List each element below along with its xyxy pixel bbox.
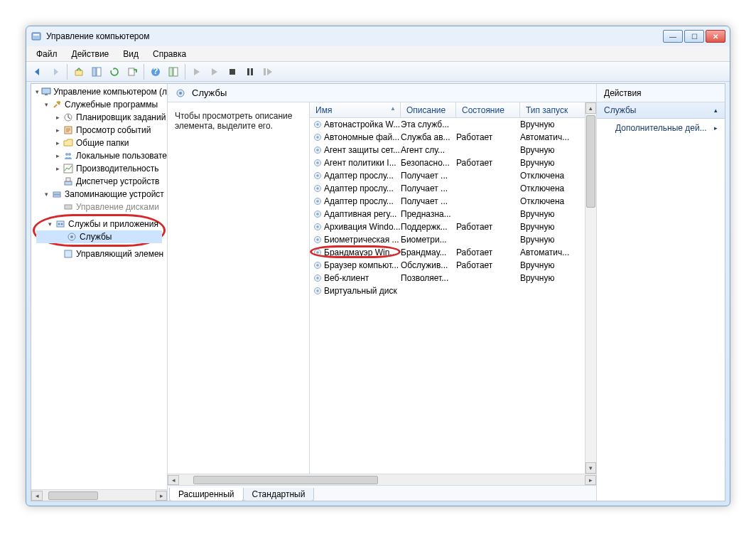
tree-servicesapps-label: Службы и приложения <box>68 219 158 229</box>
tab-standard[interactable]: Стандартный <box>243 488 315 501</box>
column-state[interactable]: Состояние <box>456 102 520 117</box>
restart-service-button[interactable] <box>259 63 276 80</box>
tree-utilities-label: Служебные программы <box>65 100 158 110</box>
properties-button[interactable] <box>165 63 182 80</box>
service-name: Виртуальный диск <box>323 286 401 296</box>
start-service-button[interactable] <box>188 63 205 80</box>
expand-icon[interactable]: ▸ <box>54 152 62 159</box>
scroll-thumb[interactable] <box>48 491 98 500</box>
tree-devmgr-label: Диспетчер устройств <box>76 176 159 186</box>
collapse-icon[interactable]: ▾ <box>43 101 50 108</box>
column-desc[interactable]: Описание <box>401 102 456 117</box>
service-row[interactable]: Адаптер прослу...Получает ...Отключена <box>310 182 596 195</box>
service-name: Адаптер прослу... <box>323 183 401 193</box>
service-row[interactable]: Виртуальный диск <box>310 284 596 297</box>
back-button[interactable] <box>29 63 46 80</box>
tree-wmicontrol[interactable]: Управляющий элемен <box>31 247 167 260</box>
scroll-up-icon[interactable]: ▴ <box>585 102 596 114</box>
menu-action[interactable]: Действие <box>66 48 115 60</box>
services-list[interactable]: Автонастройка W...Эта служб...ВручнуюАвт… <box>310 118 596 474</box>
collapse-icon[interactable]: ▾ <box>43 191 50 198</box>
tree-eventviewer[interactable]: ▸ Просмотр событий <box>31 124 167 137</box>
tree-diskmgr[interactable]: Управление дисками <box>31 201 167 213</box>
tree-localusers[interactable]: ▸ Локальные пользовате <box>31 149 167 162</box>
tree-servicesapps[interactable]: ▾ Службы и приложения <box>36 218 162 230</box>
service-row[interactable]: Брандмауэр Win...Брандмау...РаботаетАвто… <box>310 246 596 259</box>
tree-localusers-label: Локальные пользовате <box>76 151 167 161</box>
forward-button[interactable] <box>47 63 64 80</box>
tree-root[interactable]: ▾ Управление компьютером (л <box>31 85 167 98</box>
service-row[interactable]: Агент политики I...Безопасно...РаботаетВ… <box>310 156 596 169</box>
list-vscroll[interactable]: ▴ ▾ <box>585 102 596 474</box>
tree-storage[interactable]: ▾ Запоминающие устройст <box>31 188 167 201</box>
gear-icon <box>310 221 323 233</box>
svg-point-45 <box>316 187 319 190</box>
service-row[interactable]: Автонастройка W...Эта служб...Вручную <box>310 118 596 131</box>
service-row[interactable]: Адаптер прослу...Получает ...Отключена <box>310 195 596 208</box>
storage-icon <box>51 188 63 200</box>
close-button[interactable]: ✕ <box>706 30 725 43</box>
service-desc: Служба ав... <box>401 132 456 142</box>
tree-utilities[interactable]: ▾ Служебные программы <box>31 98 167 111</box>
service-desc: Предназна... <box>401 209 456 219</box>
maximize-button[interactable]: ☐ <box>684 30 704 43</box>
expand-icon[interactable]: ▸ <box>54 139 62 147</box>
up-button[interactable] <box>70 63 87 80</box>
menu-view[interactable]: Вид <box>117 48 144 60</box>
service-row[interactable]: Биометрическая ...Биометри...Вручную <box>310 233 596 246</box>
scroll-right-icon[interactable]: ▸ <box>585 475 596 485</box>
pause-service-button[interactable] <box>242 63 259 80</box>
wmi-icon <box>63 248 74 260</box>
svg-rect-22 <box>66 178 70 181</box>
scroll-left-icon[interactable]: ◂ <box>168 475 179 485</box>
service-row[interactable]: Адаптивная регу...Предназна...Вручную <box>310 208 596 220</box>
svg-rect-0 <box>32 33 40 40</box>
actions-more[interactable]: Дополнительные дей... ▸ <box>597 119 725 137</box>
minimize-button[interactable]: — <box>663 30 683 43</box>
list-hscroll[interactable]: ◂ ▸ <box>168 474 596 485</box>
gear-icon <box>310 157 323 169</box>
export-button[interactable] <box>124 63 141 80</box>
collapse-icon[interactable]: ▾ <box>46 220 54 228</box>
start-service-alt-button[interactable] <box>206 63 223 80</box>
tree-sharedfolders[interactable]: ▸ Общие папки <box>31 137 167 149</box>
expand-icon[interactable]: ▸ <box>54 127 62 134</box>
svg-point-37 <box>316 136 319 139</box>
menu-file[interactable]: Файл <box>31 48 63 60</box>
services-icon <box>55 218 66 230</box>
column-name[interactable]: Имя <box>310 102 401 117</box>
scroll-right-icon[interactable]: ▸ <box>156 491 167 501</box>
tree-scheduler[interactable]: ▸ Планировщик заданий <box>31 111 167 124</box>
scroll-thumb[interactable] <box>586 115 595 208</box>
show-hide-tree-button[interactable] <box>88 63 105 80</box>
tree-devmgr[interactable]: Диспетчер устройств <box>31 175 167 188</box>
svg-point-15 <box>58 101 60 104</box>
service-row[interactable]: Архивация Windo...Поддержк...РаботаетВру… <box>310 220 596 233</box>
service-row[interactable]: Адаптер прослу...Получает ...Отключена <box>310 169 596 182</box>
scroll-left-icon[interactable]: ◂ <box>31 491 43 501</box>
titlebar[interactable]: Управление компьютером — ☐ ✕ <box>26 26 730 46</box>
service-row[interactable]: Веб-клиентПозволяет...Вручную <box>310 272 596 284</box>
tab-extended[interactable]: Расширенный <box>169 488 244 501</box>
collapse-icon[interactable]: ▾ <box>34 88 40 95</box>
tree-services[interactable]: Службы <box>36 230 162 243</box>
expand-icon[interactable]: ▸ <box>54 165 62 172</box>
service-row[interactable]: Автономные фай...Служба ав...РаботаетАвт… <box>310 131 596 144</box>
scroll-thumb[interactable] <box>193 476 378 484</box>
stop-service-button[interactable] <box>224 63 241 80</box>
svg-rect-23 <box>53 192 60 194</box>
service-row[interactable]: Агент защиты сет...Агент слу...Вручную <box>310 144 596 156</box>
refresh-button[interactable] <box>106 63 123 80</box>
services-pane: Службы Чтобы просмотреть описание элемен… <box>168 84 597 501</box>
tree-performance[interactable]: ▸ Производительность <box>31 162 167 175</box>
gear-icon <box>310 260 323 271</box>
scroll-down-icon[interactable]: ▾ <box>585 462 596 474</box>
svg-point-57 <box>316 264 319 267</box>
tree-hscroll[interactable]: ◂ ▸ <box>31 489 167 501</box>
expand-icon[interactable]: ▸ <box>54 114 62 121</box>
tree-wmicontrol-label: Управляющий элемен <box>76 249 163 259</box>
menu-help[interactable]: Справка <box>147 48 192 60</box>
service-row[interactable]: Браузер компьют...Обслужив...РаботаетВру… <box>310 259 596 272</box>
help-button[interactable]: ? <box>147 63 164 80</box>
actions-section[interactable]: Службы ▴ <box>597 102 725 119</box>
